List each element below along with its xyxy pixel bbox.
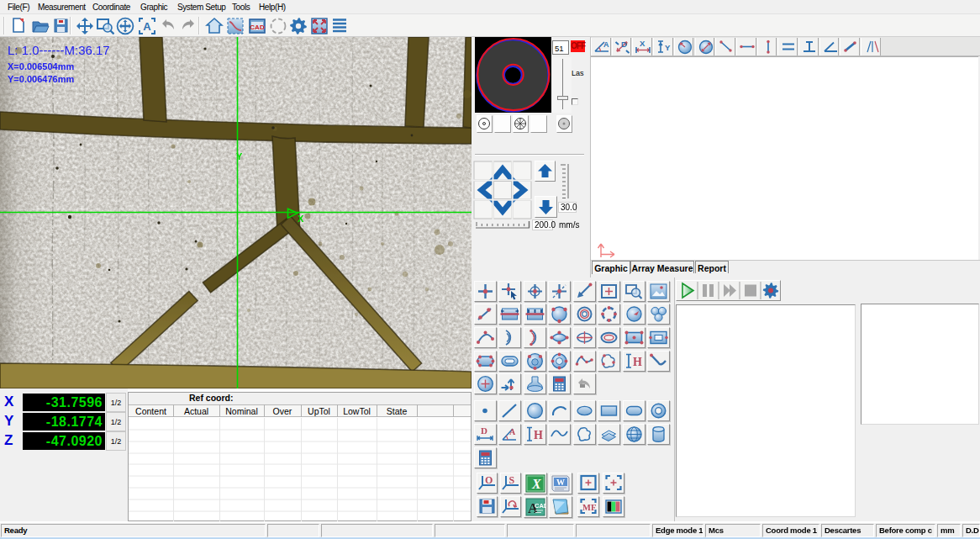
svg-text:X: X [298, 214, 304, 224]
svg-text:CAD: CAD [535, 502, 546, 510]
svg-text:A: A [603, 40, 609, 49]
svg-text:CAD: CAD [250, 24, 265, 31]
svg-text:Y: Y [665, 43, 671, 52]
svg-text:D: D [481, 425, 487, 436]
svg-text:X=0.006504mm: X=0.006504mm [8, 61, 74, 71]
svg-text:D: D [621, 40, 627, 49]
svg-text:MF: MF [582, 502, 596, 511]
svg-text:L: 1.0------M:36.17: L: 1.0------M:36.17 [8, 43, 110, 57]
svg-text:S: S [508, 474, 514, 486]
svg-text:H: H [534, 429, 543, 441]
svg-text:A: A [143, 20, 151, 33]
svg-text:X: X [531, 477, 541, 491]
svg-text:Y: Y [236, 151, 243, 161]
svg-text:O: O [485, 474, 493, 486]
svg-text:A: A [509, 427, 516, 436]
svg-text:X: X [640, 39, 645, 48]
svg-text:H: H [633, 356, 642, 368]
svg-text:W: W [556, 478, 565, 487]
svg-text:Y=0.006476mm: Y=0.006476mm [8, 74, 74, 84]
